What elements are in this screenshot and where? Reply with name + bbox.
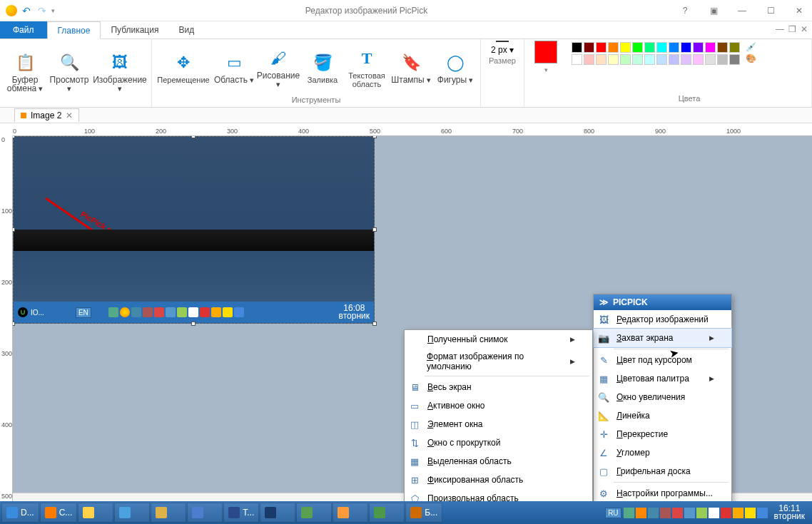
close-button[interactable]: ✕ — [792, 6, 806, 16]
menu-item[interactable]: ✛Перекрестие — [594, 425, 731, 443]
taskbar-clock[interactable]: 16:11вторник — [770, 505, 809, 520]
close-tab-button[interactable]: ✕ — [66, 111, 73, 120]
taskbar-item[interactable]: Б... — [405, 503, 442, 523]
color-swatch[interactable] — [596, 54, 607, 65]
tray-icon[interactable] — [672, 508, 683, 518]
menu-item[interactable]: ⚙Настройки программы... — [594, 484, 731, 503]
tray-icon[interactable] — [684, 508, 695, 518]
color-swatch[interactable] — [608, 54, 619, 65]
app-logo-icon[interactable] — [6, 5, 17, 16]
menu-item[interactable]: ⇅Окно с прокруткой — [405, 433, 592, 452]
color-swatch[interactable] — [693, 42, 704, 53]
color-swatch[interactable] — [729, 54, 740, 65]
document-tab[interactable]: Image 2 ✕ — [14, 108, 79, 122]
resize-handle[interactable] — [13, 227, 15, 232]
undo-button[interactable]: ↶ — [20, 4, 33, 17]
tray-icon[interactable] — [733, 508, 744, 518]
menu-item[interactable]: ▭Активное окно — [405, 396, 592, 415]
stamp-tool[interactable]: 🔖Штампы ▾ — [389, 41, 433, 94]
menu-item[interactable]: ▦Выделенная область — [405, 452, 592, 471]
color-swatch[interactable] — [656, 42, 667, 53]
color-swatch[interactable] — [705, 54, 716, 65]
color-palette[interactable] — [572, 42, 740, 65]
lang-button[interactable]: RU — [605, 508, 621, 518]
redo-button[interactable]: ↷ — [36, 4, 49, 17]
color-swatch[interactable] — [620, 54, 631, 65]
color-swatch[interactable] — [644, 54, 655, 65]
menu-item[interactable]: Формат изображения по умолчанию▶ — [405, 349, 592, 374]
color-swatch[interactable] — [584, 54, 594, 65]
tray-icon[interactable] — [624, 508, 634, 518]
taskbar-item[interactable] — [260, 503, 295, 523]
taskbar-item[interactable] — [78, 503, 113, 523]
tray-icon[interactable] — [721, 508, 731, 518]
taskbar-item[interactable]: T... — [223, 503, 259, 523]
menu-item[interactable]: ∠Угломер — [594, 443, 731, 462]
menu-item[interactable]: 🖥Весь экран — [405, 378, 592, 396]
menu-item[interactable]: ✎Цвет под курсором — [594, 351, 731, 369]
tray-icon[interactable] — [648, 508, 659, 518]
ribbon-toggle-button[interactable]: ▣ — [706, 6, 721, 16]
clipboard-button[interactable]: 📋 Буфер обмена ▾ — [3, 41, 47, 103]
color-swatch[interactable] — [644, 42, 655, 53]
help-button[interactable]: ? — [678, 6, 692, 16]
color-wheel-icon[interactable]: 🎨 — [746, 53, 756, 63]
menu-item[interactable]: 📐Линейка — [594, 406, 731, 425]
color-swatch[interactable] — [572, 54, 582, 65]
draw-tool[interactable]: 🖌Рисование ▾ — [256, 41, 300, 94]
file-tab[interactable]: Файл — [0, 21, 47, 38]
color-swatch[interactable] — [584, 42, 594, 53]
color-swatch[interactable] — [669, 54, 679, 65]
fill-tool[interactable]: 🪣Заливка — [300, 41, 345, 94]
menu-item[interactable]: ⊞Фиксированная область — [405, 471, 592, 489]
taskbar-item[interactable] — [296, 503, 332, 523]
color-swatch[interactable] — [693, 54, 704, 65]
image-button[interactable]: 🖼 Изображение ▾ — [91, 41, 148, 103]
menu-item[interactable]: ◫Элемент окна — [405, 415, 592, 433]
tray-icon[interactable] — [757, 508, 768, 518]
color-swatch[interactable] — [717, 42, 728, 53]
move-tool[interactable]: ✥Перемещение — [155, 41, 212, 94]
taskbar-item[interactable] — [114, 503, 150, 523]
tray-icon[interactable] — [709, 508, 719, 518]
color-swatch[interactable] — [632, 42, 643, 53]
tray-icon[interactable] — [660, 508, 671, 518]
current-color-swatch[interactable] — [534, 41, 557, 63]
menu-item[interactable]: 🖼Редактор изображений — [594, 310, 731, 329]
taskbar-item[interactable] — [333, 503, 368, 523]
color-swatch[interactable] — [632, 54, 643, 65]
color-swatch[interactable] — [681, 54, 691, 65]
tab-main[interactable]: Главное — [47, 21, 101, 39]
mdi-minimize-button[interactable]: — — [776, 24, 784, 34]
minimize-button[interactable]: — — [735, 6, 749, 16]
color-swatch[interactable] — [681, 42, 691, 53]
shapes-tool[interactable]: ◯Фигуры ▾ — [433, 41, 477, 94]
taskbar-item[interactable] — [369, 503, 405, 523]
resize-handle[interactable] — [13, 136, 15, 138]
taskbar-item[interactable]: C... — [40, 503, 78, 523]
mdi-restore-button[interactable]: ❐ — [788, 24, 796, 34]
menu-item[interactable]: ▢Грифельная доска — [594, 462, 731, 481]
menu-item[interactable]: 🔍Окно увеличения — [594, 388, 731, 406]
text-tool[interactable]: TТекстовая область — [345, 41, 389, 94]
tab-view[interactable]: Вид — [168, 21, 204, 38]
menu-item[interactable]: ▦Цветовая палитра▶ — [594, 369, 731, 388]
color-swatch[interactable] — [669, 42, 679, 53]
image-canvas[interactable]: PicPick в трее U IO... EN 16:08вторник — [13, 136, 375, 324]
resize-handle[interactable] — [191, 136, 196, 138]
color-swatch[interactable] — [656, 54, 667, 65]
color-swatch[interactable] — [705, 42, 716, 53]
color-swatch[interactable] — [608, 42, 619, 53]
mdi-close-button[interactable]: ✕ — [801, 24, 808, 34]
eyedropper-icon[interactable]: 💉 — [746, 42, 756, 52]
resize-handle[interactable] — [13, 322, 15, 326]
taskbar-item[interactable]: D... — [1, 503, 39, 523]
tray-icon[interactable] — [636, 508, 646, 518]
taskbar-item[interactable] — [187, 503, 223, 523]
color-swatch[interactable] — [596, 42, 607, 53]
color-swatch[interactable] — [729, 42, 740, 53]
resize-handle[interactable] — [372, 227, 377, 232]
resize-handle[interactable] — [372, 322, 377, 326]
tray-icon[interactable] — [696, 508, 707, 518]
color-swatch[interactable] — [620, 42, 631, 53]
